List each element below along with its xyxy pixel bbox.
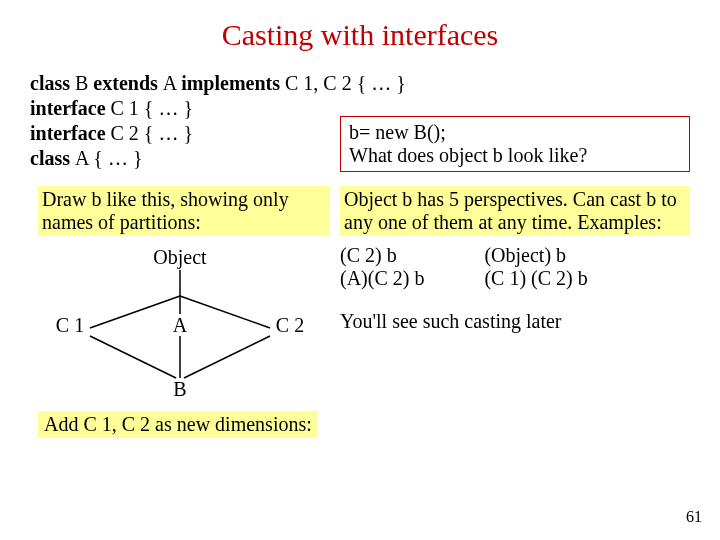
cast-object-b: (Object) b bbox=[484, 244, 587, 267]
question-line-2: What does object b look like? bbox=[349, 144, 681, 167]
diagram-a-label: A bbox=[173, 314, 188, 336]
question-line-1: b= new B(); bbox=[349, 121, 681, 144]
diagram-c1-label: C 1 bbox=[56, 314, 84, 336]
cast-examples: (C 2) b (A)(C 2) b (Object) b (C 1) (C 2… bbox=[340, 244, 690, 290]
svg-line-3 bbox=[180, 296, 270, 328]
question-box: b= new B(); What does object b look like… bbox=[340, 116, 690, 172]
diagram-c2-label: C 2 bbox=[276, 314, 304, 336]
svg-line-6 bbox=[184, 336, 270, 378]
perspectives-text: Object b has 5 perspectives. Can cast b … bbox=[340, 186, 690, 236]
svg-line-1 bbox=[90, 296, 180, 328]
diagram-object-label: Object bbox=[153, 246, 207, 269]
cast-c2-b: (C 2) b bbox=[340, 244, 424, 267]
slide-title: Casting with interfaces bbox=[30, 18, 690, 52]
draw-instruction: Draw b like this, showing only names of … bbox=[38, 186, 330, 236]
page-number: 61 bbox=[686, 508, 702, 526]
casting-later-text: You'll see such casting later bbox=[340, 310, 690, 333]
diagram-b-label: B bbox=[173, 378, 186, 400]
cast-c1-c2-b: (C 1) (C 2) b bbox=[484, 267, 587, 290]
svg-line-4 bbox=[90, 336, 176, 378]
add-dimensions-text: Add C 1, C 2 as new dimensions: bbox=[38, 411, 318, 438]
declaration-line-2: interface C 1 { … } bbox=[30, 97, 340, 120]
class-diagram: Object C 1 A C 2 B bbox=[30, 240, 330, 400]
cast-a-c2-b: (A)(C 2) b bbox=[340, 267, 424, 290]
declaration-line-4: class A { … } bbox=[30, 147, 340, 170]
declaration-line-3: interface C 2 { … } bbox=[30, 122, 340, 145]
